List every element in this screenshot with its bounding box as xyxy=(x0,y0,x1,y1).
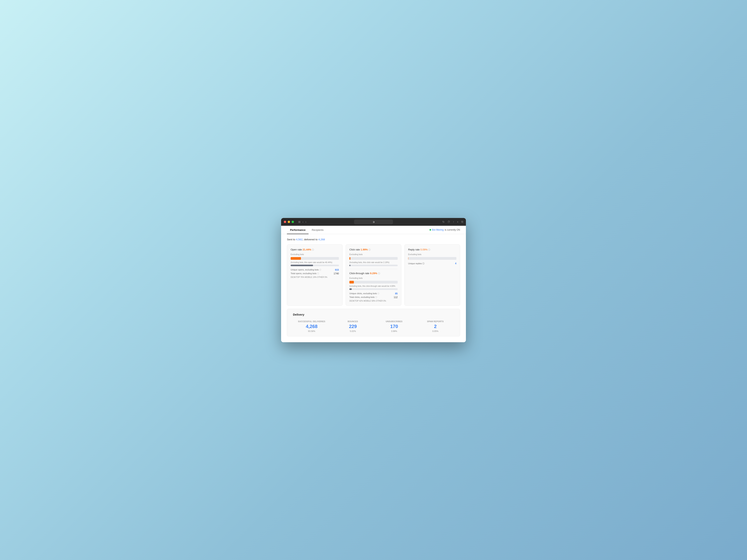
delivered-prefix: , delivered to xyxy=(303,238,318,241)
ctr-including-bots-note: Including bots, this click-through rate … xyxy=(350,285,397,287)
click-rate-title: Click rate 1.99% ⓘ xyxy=(350,248,397,251)
unsubscribes-stat: UNSUBSCRIBES 170 3.98% xyxy=(376,320,413,332)
click-rate-progress-fill xyxy=(350,257,350,260)
open-rate-progress-bar xyxy=(291,257,339,260)
total-clicks-value: 112 xyxy=(394,296,397,299)
main-content: Sent to 4,562, delivered to 4,268 Open r… xyxy=(281,234,466,342)
unique-opens-label: Unique opens, excluding bots ⓘ xyxy=(291,269,321,271)
new-tab-icon[interactable]: + xyxy=(457,220,459,223)
ctr-device-breakdown: DESKTOP 42% MOBILE 58% OTHER 0% xyxy=(350,300,397,302)
open-rate-info-icon[interactable]: ⓘ xyxy=(312,248,314,251)
successful-deliveries-stat: SUCCESSFUL DELIVERIES 4,268 93.56% xyxy=(293,320,330,332)
unsubscribes-label: UNSUBSCRIBES xyxy=(376,320,413,323)
unique-replies-row: Unique replies ⓘ 4 xyxy=(408,262,456,265)
click-rate-including-bots-bar xyxy=(350,265,397,266)
sidebar-toggle-icon[interactable]: ⊞ xyxy=(298,220,301,223)
browser-window: ⊞ ‹ › ◑ ↻ ⏱ ↑ + ⧉ Performance Recipients… xyxy=(281,218,466,342)
unique-clicks-info-icon[interactable]: ⓘ xyxy=(378,292,379,295)
successful-deliveries-label: SUCCESSFUL DELIVERIES xyxy=(293,320,330,323)
click-rate-label: Click rate xyxy=(350,248,360,251)
unique-clicks-row: Unique clicks, excluding bots ⓘ 85 xyxy=(350,292,397,295)
reply-rate-progress-bar xyxy=(408,257,456,260)
open-rate-progress-fill xyxy=(291,257,301,260)
total-opens-info-icon[interactable]: ⓘ xyxy=(317,272,319,274)
bot-filtering-dot xyxy=(430,229,431,231)
unique-replies-info-icon[interactable]: ⓘ xyxy=(422,262,424,265)
clock-icon[interactable]: ⏱ xyxy=(447,220,450,223)
reply-rate-card: Reply rate 0.09% ⓘ Excluding bots Unique… xyxy=(405,244,460,306)
ctr-progress-fill xyxy=(350,281,354,284)
spam-reports-value: 2 xyxy=(417,324,454,329)
open-rate-device-breakdown: DESKTOP 76% MOBILE 19% OTHER 5% xyxy=(291,276,339,278)
half-circle-icon: ◑ xyxy=(372,220,375,223)
reply-rate-label: Reply rate xyxy=(408,248,420,251)
delivered-value: 4,268 xyxy=(318,238,325,241)
refresh-icon[interactable]: ↻ xyxy=(442,220,445,223)
ctr-including-bots-fill xyxy=(350,288,352,290)
open-rate-card: Open rate 21.44% ⓘ Excluding bots (Inclu… xyxy=(287,244,342,306)
tab-recipients[interactable]: Recipients xyxy=(309,226,327,234)
ctr-info-icon[interactable]: ⓘ xyxy=(378,272,380,274)
metrics-cards-grid: Open rate 21.44% ⓘ Excluding bots (Inclu… xyxy=(287,244,460,306)
unsubscribes-value: 170 xyxy=(376,324,413,329)
ctr-progress-bar xyxy=(350,281,397,284)
reply-rate-title: Reply rate 0.09% ⓘ xyxy=(408,248,456,251)
traffic-light-green[interactable] xyxy=(291,221,294,223)
click-rate-card: Click rate 1.99% ⓘ Excluding bots (Inclu… xyxy=(346,244,401,306)
delivery-stats: SUCCESSFUL DELIVERIES 4,268 93.56% BOUNC… xyxy=(293,320,454,332)
successful-deliveries-pct: 93.56% xyxy=(293,330,330,332)
click-rate-excluding-bots: Excluding bots xyxy=(350,253,397,256)
bounces-pct: 5.02% xyxy=(334,330,371,332)
content-area: Performance Recipients Bot filtering is … xyxy=(281,226,466,342)
open-rate-title: Open rate 21.44% ⓘ xyxy=(291,248,339,251)
unsubscribes-pct: 3.98% xyxy=(376,330,413,332)
open-rate-value: 21.44% xyxy=(303,248,311,251)
open-rate-including-bots-bar xyxy=(291,265,339,266)
total-clicks-row: Total clicks, excluding bots ⓘ 112 xyxy=(350,296,397,299)
ctr-value: 9.29% xyxy=(370,272,377,275)
unique-replies-label: Unique replies ⓘ xyxy=(408,262,424,265)
click-rate-including-bots-note: (Including bots, this click rate would b… xyxy=(350,261,397,264)
sent-value: 4,562 xyxy=(296,238,303,241)
reply-rate-excluding-bots: Excluding bots xyxy=(408,253,456,256)
click-rate-including-bots-fill xyxy=(350,265,350,266)
tabs-icon[interactable]: ⧉ xyxy=(461,220,463,223)
open-rate-including-bots-note: (Including bots, this open rate would be… xyxy=(291,261,339,264)
successful-deliveries-value: 4,268 xyxy=(293,324,330,329)
bot-filtering-badge: Bot filtering is currently ON xyxy=(430,229,460,231)
delivery-title: Delivery xyxy=(293,313,454,316)
click-rate-value: 1.99% xyxy=(361,248,368,251)
bounces-value: 229 xyxy=(334,324,371,329)
share-icon[interactable]: ↑ xyxy=(453,220,454,223)
bounces-label: BOUNCES xyxy=(334,320,371,323)
reply-rate-value: 0.09% xyxy=(420,248,428,251)
delivery-card: Delivery SUCCESSFUL DELIVERIES 4,268 93.… xyxy=(287,309,460,337)
spam-reports-pct: 0.05% xyxy=(417,330,454,332)
ctr-title: Click-through rate 9.29% ⓘ xyxy=(350,272,397,275)
unique-clicks-value: 85 xyxy=(395,292,397,295)
tab-performance[interactable]: Performance xyxy=(287,226,309,234)
traffic-light-yellow[interactable] xyxy=(288,221,290,223)
total-opens-row: Total opens, excluding bots ⓘ 1740 xyxy=(291,272,339,275)
total-opens-label: Total opens, excluding bots ⓘ xyxy=(291,272,319,275)
click-rate-progress-bar xyxy=(350,257,397,260)
unique-opens-info-icon[interactable]: ⓘ xyxy=(319,269,321,271)
spam-reports-stat: SPAM REPORTS 2 0.05% xyxy=(417,320,454,332)
title-bar: ⊞ ‹ › ◑ ↻ ⏱ ↑ + ⧉ xyxy=(281,218,466,226)
click-rate-info-icon[interactable]: ⓘ xyxy=(368,248,370,251)
nav-forward-icon[interactable]: › xyxy=(305,220,306,223)
address-bar[interactable]: ◑ xyxy=(354,219,393,224)
unique-clicks-label: Unique clicks, excluding bots ⓘ xyxy=(350,292,379,295)
reply-rate-info-icon[interactable]: ⓘ xyxy=(428,248,430,251)
total-opens-value: 1740 xyxy=(334,272,339,275)
total-clicks-info-icon[interactable]: ⓘ xyxy=(375,296,377,298)
traffic-light-red[interactable] xyxy=(284,221,286,223)
sent-delivered-info: Sent to 4,562, delivered to 4,268 xyxy=(287,238,460,241)
open-rate-including-bots-fill xyxy=(291,265,313,266)
bot-filtering-link[interactable]: Bot filtering xyxy=(432,229,444,231)
unique-opens-row: Unique opens, excluding bots ⓘ 915 xyxy=(291,269,339,271)
open-rate-excluding-bots: Excluding bots xyxy=(291,253,339,256)
total-clicks-label: Total clicks, excluding bots ⓘ xyxy=(350,296,377,299)
nav-back-icon[interactable]: ‹ xyxy=(303,220,304,223)
open-rate-label: Open rate xyxy=(291,248,302,251)
